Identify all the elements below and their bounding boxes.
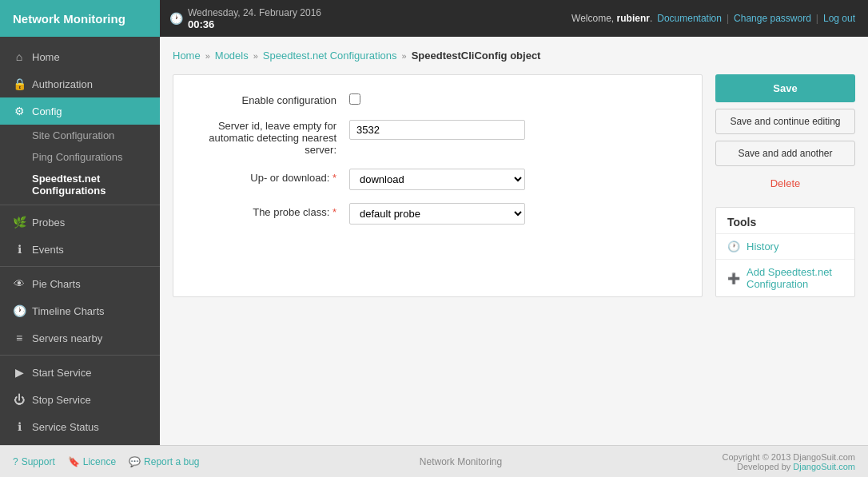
sidebar-item-probes[interactable]: 🌿 Probes [0, 209, 160, 236]
field-up-download: download upload [349, 169, 683, 190]
change-password-link[interactable]: Change password [734, 13, 811, 24]
djangosuit-link[interactable]: DjangoSuit.com [793, 462, 855, 471]
sidebar-subitem-site-configuration[interactable]: Site Configuration [0, 125, 160, 146]
action-panel: Save Save and continue editing Save and … [715, 74, 855, 297]
sidebar-item-home[interactable]: ⌂ Home [0, 43, 160, 70]
clock-icon-sidebar: 🕐 [13, 304, 26, 317]
breadcrumb-models[interactable]: Models [215, 50, 249, 62]
tools-box: Tools 🕐 History ➕ Add Speedtest.net Conf… [715, 207, 855, 297]
user-nav: Welcome, rubienr. Documentation | Change… [571, 13, 855, 24]
home-icon: ⌂ [13, 50, 26, 63]
sidebar-subitem-speedtest-configurations[interactable]: Speedtest.net Configurations [0, 168, 160, 201]
footer: ? Support 🔖 Licence 💬 Report a bug Netwo… [0, 445, 868, 477]
list-icon: ≡ [13, 332, 26, 344]
eye-icon: 👁 [13, 277, 26, 290]
sidebar-item-pie-charts[interactable]: 👁 Pie Charts [0, 270, 160, 297]
tools-title: Tools [716, 208, 854, 233]
label-up-download: Up- or download: * [193, 169, 336, 184]
breadcrumb-current: SpeedtestCliConfig object [412, 50, 541, 62]
content-area: Enable configuration Server id, leave em… [173, 74, 855, 297]
label-server-id: Server id, leave empty for automatic det… [193, 120, 336, 156]
sidebar-item-servers-nearby[interactable]: ≡ Servers nearby [0, 324, 160, 352]
breadcrumb-home[interactable]: Home [173, 50, 201, 62]
support-icon: ? [13, 456, 18, 467]
save-button[interactable]: Save [715, 74, 855, 102]
form-row-enable: Enable configuration [193, 91, 683, 107]
sidebar: ⌂ Home 🔒 Authorization ⚙ Config Site Con… [0, 37, 160, 445]
sidebar-item-stop-service[interactable]: ⏻ Stop Service [0, 386, 160, 413]
form-panel: Enable configuration Server id, leave em… [173, 74, 703, 297]
datetime-display: Wednesday, 24. February 2016 00:36 [188, 7, 321, 30]
footer-links: ? Support 🔖 Licence 💬 Report a bug [13, 456, 199, 467]
support-link[interactable]: ? Support [13, 456, 55, 467]
licence-link[interactable]: 🔖 Licence [68, 456, 116, 467]
server-id-input[interactable] [349, 120, 525, 140]
form-row-up-download: Up- or download: * download upload [193, 169, 683, 190]
add-icon: ➕ [727, 272, 740, 284]
sidebar-item-authorization[interactable]: 🔒 Authorization [0, 70, 160, 97]
save-continue-button[interactable]: Save and continue editing [715, 109, 855, 134]
delete-button[interactable]: Delete [715, 173, 855, 194]
documentation-link[interactable]: Documentation [657, 13, 722, 24]
sidebar-subitem-ping-configurations[interactable]: Ping Configurations [0, 146, 160, 168]
field-probe-class: default probe [349, 203, 683, 225]
breadcrumb-speedtest-configs[interactable]: Speedtest.net Configurations [263, 50, 397, 62]
history-icon: 🕐 [727, 240, 740, 252]
clock-icon: 🕐 [169, 12, 183, 25]
label-enable-configuration: Enable configuration [193, 91, 336, 106]
lock-icon: 🔒 [13, 78, 26, 90]
tools-item-history[interactable]: 🕐 History [716, 233, 854, 259]
app-title: Network Monitoring [0, 0, 160, 37]
sidebar-item-events[interactable]: ℹ Events [0, 236, 160, 263]
sidebar-item-config[interactable]: ⚙ Config [0, 97, 160, 125]
up-download-select[interactable]: download upload [349, 169, 525, 190]
footer-center-text: Network Monitoring [199, 456, 722, 467]
main-content: Home » Models » Speedtest.net Configurat… [160, 37, 868, 445]
label-probe-class: The probe class: * [193, 203, 336, 218]
breadcrumb: Home » Models » Speedtest.net Configurat… [173, 50, 855, 62]
chat-icon: 💬 [129, 456, 141, 467]
gear-icon: ⚙ [13, 105, 26, 117]
main-layout: ⌂ Home 🔒 Authorization ⚙ Config Site Con… [0, 37, 868, 445]
save-add-button[interactable]: Save and add another [715, 141, 855, 166]
footer-copyright: Copyright © 2013 DjangoSuit.com Develope… [723, 452, 855, 471]
form-row-server-id: Server id, leave empty for automatic det… [193, 120, 683, 156]
bookmark-icon: 🔖 [68, 456, 80, 467]
report-bug-link[interactable]: 💬 Report a bug [129, 456, 199, 467]
sidebar-item-service-status[interactable]: ℹ Service Status [0, 413, 160, 440]
top-header: Network Monitoring 🕐 Wednesday, 24. Febr… [0, 0, 868, 37]
leaf-icon: 🌿 [13, 216, 26, 229]
sidebar-item-start-service[interactable]: ▶ Start Service [0, 359, 160, 386]
field-enable-configuration [349, 91, 683, 107]
probe-class-select[interactable]: default probe [349, 203, 525, 225]
field-server-id [349, 120, 683, 140]
info-icon: ℹ [13, 243, 26, 256]
play-icon: ▶ [13, 366, 26, 379]
sidebar-item-timeline-charts[interactable]: 🕐 Timeline Charts [0, 297, 160, 324]
power-icon: ⏻ [13, 393, 26, 406]
tools-item-add-speedtest[interactable]: ➕ Add Speedtest.net Configuration [716, 259, 854, 296]
status-icon: ℹ [13, 420, 26, 433]
form-row-probe-class: The probe class: * default probe [193, 203, 683, 225]
welcome-text: Welcome, rubienr. [571, 13, 652, 24]
logout-link[interactable]: Log out [823, 13, 855, 24]
enable-configuration-checkbox[interactable] [349, 93, 360, 105]
